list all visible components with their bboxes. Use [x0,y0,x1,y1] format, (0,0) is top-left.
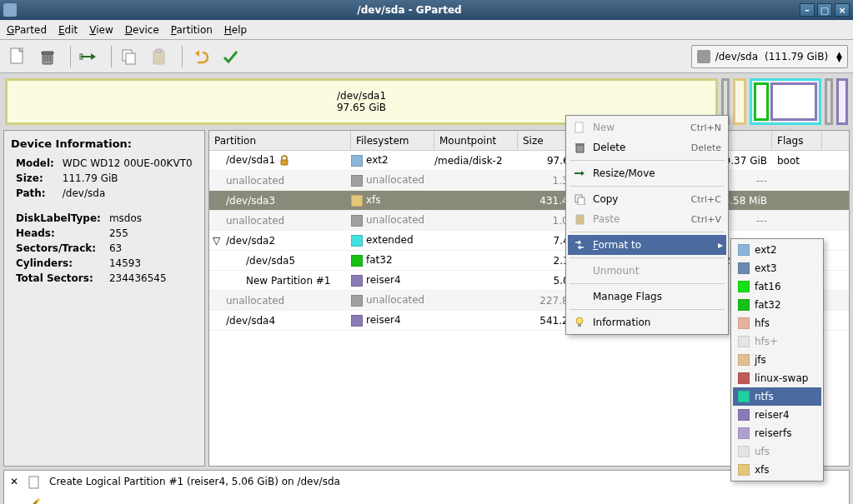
heads-value: 255 [106,227,170,240]
maximize-button[interactable]: ▢ [817,3,832,17]
filesystem-swatch-icon [351,195,363,207]
format-option-fat32[interactable]: fat32 [733,296,821,314]
filesystem-swatch-icon [351,155,363,167]
filesystem-swatch-icon [738,317,750,329]
resize-move-button[interactable] [76,44,101,69]
visual-partition-sda5[interactable] [754,82,769,121]
menu-view[interactable]: View [89,24,113,36]
visual-partition-sda3[interactable] [733,78,746,125]
partition-name: /dev/sda3 [226,195,275,207]
format-option-ext2[interactable]: ext2 [733,241,821,259]
visual-new-partition[interactable] [770,82,817,121]
svg-rect-17 [578,197,585,205]
svg-rect-1 [42,52,53,54]
lightbulb-icon [573,317,586,328]
format-option-xfs[interactable]: xfs [733,461,821,479]
format-option-linux-swap[interactable]: linux-swap [733,369,821,387]
menu-help[interactable]: Help [224,24,247,36]
svg-point-19 [576,317,583,324]
filesystem-swatch-icon [738,427,750,439]
filesystem-name: xfs [366,194,381,206]
visual-extended-sda2[interactable] [750,78,821,125]
ctx-format-to[interactable]: Format to ▸ [568,235,726,255]
format-option-jfs[interactable]: jfs [733,351,821,369]
ctx-manage-flags[interactable]: Manage Flags [568,287,726,307]
col-mountpoint[interactable]: Mountpoint [434,131,518,150]
format-label: reiserfs [755,427,791,439]
undo-button[interactable] [188,44,213,69]
visual-label-size: 97.65 GiB [337,102,386,113]
device-model: WDC WD12 00UE-00KVT0 [59,157,196,170]
device-selector[interactable]: /dev/sda (111.79 GiB) ▲▼ [691,45,848,68]
device-size: (111.79 GiB) [765,51,828,62]
filesystem-name: fat32 [366,254,393,266]
copy-button[interactable] [117,44,142,69]
partition-name: /dev/sda5 [246,255,295,267]
filesystem-swatch-icon [738,446,750,457]
menu-device[interactable]: Device [125,24,159,36]
close-button[interactable]: × [835,3,850,17]
flags-value: boot [772,155,822,167]
filesystem-swatch-icon [738,299,750,311]
format-option-hfs[interactable]: hfs [733,314,821,332]
menu-partition[interactable]: Partition [171,24,213,36]
format-option-fat16[interactable]: fat16 [733,277,821,296]
paste-button[interactable] [147,44,172,69]
visual-unallocated-2[interactable] [825,78,833,125]
filesystem-name: reiser4 [366,314,401,326]
format-label: jfs [755,354,766,366]
format-label: reiser4 [755,409,790,421]
partition-name: unallocated [226,215,284,227]
pending-op-text: Create Logical Partition #1 (reiser4, 5.… [44,471,849,504]
format-label: ext3 [755,262,777,274]
partition-name: /dev/sda1 [226,154,275,166]
filesystem-swatch-icon [738,464,750,476]
disk-label-type: msdos [106,212,170,225]
expand-triangle-icon[interactable]: ▽ [213,235,220,247]
delete-button[interactable] [35,44,60,69]
visual-partition-sda4[interactable] [836,78,848,125]
table-row[interactable]: /dev/sda1 ext2/media/disk-297.65 GiB88.2… [209,151,849,171]
format-option-ntfs[interactable]: ntfs [733,387,821,406]
svg-rect-9 [156,49,162,52]
svg-rect-7 [126,53,135,64]
table-row[interactable]: unallocated unallocated1.31 MiB------ [209,171,849,191]
svg-rect-14 [575,122,583,132]
ctx-information[interactable]: Information [568,312,726,332]
table-row[interactable]: unallocated unallocated1.02 MiB------ [209,211,849,231]
filesystem-name: unallocated [366,294,424,306]
resize-icon [573,169,586,177]
menu-gparted[interactable]: GParted [7,24,47,36]
col-partition[interactable]: Partition [209,131,351,150]
partition-context-menu: New Ctrl+N Delete Delete Resize/Move Cop… [565,115,729,335]
ctx-delete[interactable]: Delete Delete [568,137,726,157]
toolbar: /dev/sda (111.79 GiB) ▲▼ [0,40,853,73]
ctx-copy[interactable]: Copy Ctrl+C [568,189,726,209]
col-flags[interactable]: Flags [772,131,822,150]
new-partition-button[interactable] [5,44,30,69]
format-option-reiser4[interactable]: reiser4 [733,406,821,424]
menu-edit[interactable]: Edit [58,24,78,36]
format-option-reiserfs[interactable]: reiserfs [733,424,821,442]
ctx-resize-move[interactable]: Resize/Move [568,163,726,183]
svg-point-13 [37,498,40,502]
filesystem-name: unallocated [366,174,424,186]
convert-icon [573,240,586,250]
minimize-button[interactable]: – [800,3,815,17]
filesystem-swatch-icon [351,215,363,227]
wand-icon [28,497,41,504]
sectors-per-track: 63 [106,242,170,255]
filesystem-swatch-icon [351,175,363,187]
table-row[interactable]: /dev/sda3 xfs431.47 MiB4.89 MiB26.58 MiB [209,191,849,211]
format-label: fat16 [755,281,781,292]
close-pending-button[interactable]: ✕ [4,471,24,504]
col-filesystem[interactable]: Filesystem [351,131,434,150]
total-sectors: 234436545 [106,272,170,285]
format-submenu: ext2ext3fat16fat32hfshfs+jfslinux-swapnt… [730,238,824,482]
partition-name: New Partition #1 [246,275,331,287]
format-option-ext3[interactable]: ext3 [733,259,821,277]
svg-rect-11 [29,477,38,488]
menubar: GParted Edit View Device Partition Help [0,20,853,40]
filesystem-swatch-icon [738,354,750,366]
apply-button[interactable] [218,44,243,69]
